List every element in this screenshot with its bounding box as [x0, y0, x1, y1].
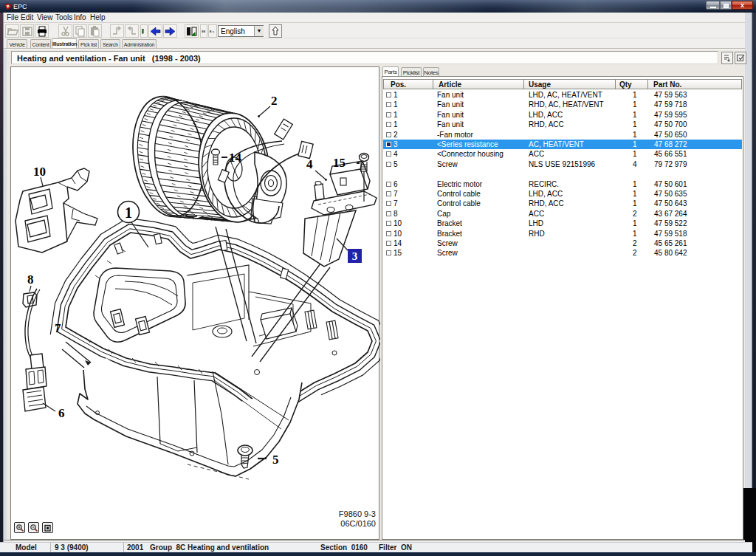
svg-text:06C/0160: 06C/0160 [340, 519, 376, 528]
svg-text:6: 6 [58, 406, 65, 420]
svg-text:a: a [210, 29, 212, 33]
svg-text:8: 8 [27, 272, 34, 286]
svg-text:15: 15 [333, 156, 346, 170]
svg-text:5: 5 [272, 453, 279, 467]
svg-text:10: 10 [33, 165, 46, 179]
svg-text:4: 4 [306, 157, 313, 171]
svg-text:F9860 9-3: F9860 9-3 [339, 509, 376, 518]
svg-text:2: 2 [271, 94, 278, 108]
svg-text:3: 3 [352, 250, 358, 262]
svg-text:14: 14 [229, 151, 242, 165]
svg-text:aa: aa [202, 30, 206, 33]
svg-text:1: 1 [125, 205, 132, 221]
svg-text:7: 7 [55, 321, 61, 335]
